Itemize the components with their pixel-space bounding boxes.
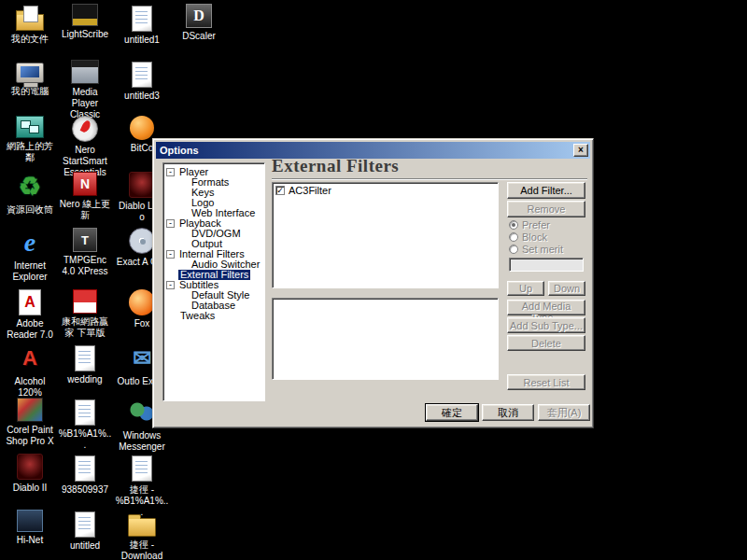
corel-icon bbox=[17, 398, 43, 422]
dialog-title: Options bbox=[160, 145, 573, 156]
options-tree: -PlayerFormatsKeysLogoWeb Interface-Play… bbox=[162, 162, 265, 401]
desktop-icon-label: TMPGEnc 4.0 XPress bbox=[58, 255, 112, 277]
tree-item-tweaks[interactable]: Tweaks bbox=[163, 311, 264, 321]
tree-item-keys[interactable]: Keys bbox=[163, 188, 264, 198]
merit-input[interactable] bbox=[509, 258, 584, 272]
desktop-icon-wedding[interactable]: wedding bbox=[58, 343, 112, 385]
collapse-icon[interactable]: - bbox=[166, 219, 175, 228]
media-types-list[interactable] bbox=[272, 298, 499, 380]
radio-unselected-icon bbox=[509, 245, 518, 254]
heading-separator bbox=[272, 178, 587, 180]
document-icon bbox=[75, 345, 95, 371]
desktop-icon-label: untitled bbox=[58, 540, 112, 552]
desktop-icon-nero-update[interactable]: NNero 線上更新 bbox=[58, 172, 112, 221]
cancel-button[interactable]: 取消 bbox=[482, 404, 534, 421]
desktop-icon-untitled3[interactable]: untitled3 bbox=[115, 60, 169, 102]
desktop-icon-label: %B1%A1%... bbox=[58, 428, 112, 451]
mpc-icon bbox=[71, 60, 99, 84]
tmpgenc-icon: T bbox=[73, 228, 97, 252]
desktop-icon-network-places[interactable]: 網路上的芳鄰 bbox=[3, 116, 57, 163]
radio-set-merit-label: Set merit bbox=[522, 244, 563, 255]
desktop-icon-shortcut-download[interactable]: 捷徑 - Download bbox=[115, 510, 169, 560]
close-icon[interactable]: × bbox=[573, 144, 588, 157]
desktop-icon-my-documents[interactable]: 我的文件 bbox=[3, 4, 57, 45]
collapse-icon[interactable]: - bbox=[166, 281, 175, 289]
radio-block-label: Block bbox=[522, 231, 547, 243]
apply-button[interactable]: 套用(A) bbox=[538, 404, 590, 421]
network-icon bbox=[16, 116, 44, 138]
desktop-icon-label: 網路上的芳鄰 bbox=[3, 141, 57, 163]
bitcomet-icon bbox=[130, 116, 154, 140]
eac-icon bbox=[129, 228, 155, 254]
adobe-icon: A bbox=[19, 289, 41, 315]
remove-button[interactable]: Remove bbox=[507, 201, 585, 217]
radio-unselected-icon bbox=[509, 232, 518, 242]
hinet-icon bbox=[17, 510, 43, 532]
collapse-icon[interactable]: - bbox=[166, 250, 175, 259]
document-icon bbox=[132, 455, 152, 482]
external-filters-list[interactable]: ✓AC3Filter bbox=[272, 182, 499, 288]
add-media-type-button[interactable]: Add Media Type... bbox=[507, 300, 585, 315]
desktop-icon-b1a1-file[interactable]: %B1%A1%... bbox=[58, 398, 112, 451]
desktop-icon-dscaler[interactable]: DDScaler bbox=[172, 4, 226, 42]
checkbox-checked-icon[interactable]: ✓ bbox=[275, 186, 285, 195]
desktop-icon-untitled1[interactable]: untitled1 bbox=[115, 4, 169, 46]
delete-button[interactable]: Delete bbox=[507, 335, 585, 351]
down-button[interactable]: Down bbox=[548, 281, 585, 296]
desktop-icon-label: DScaler bbox=[172, 31, 226, 42]
desktop-icon-tmpgenc-xpress[interactable]: TTMPGEnc 4.0 XPress bbox=[58, 228, 112, 277]
desktop-icon-diablo-2[interactable]: Diablo II bbox=[3, 454, 57, 494]
ie-icon: e bbox=[15, 228, 45, 258]
desktop-icon-lightscribe[interactable]: LightScribe bbox=[58, 4, 112, 40]
desktop-icon-media-player-classic[interactable]: Media Player Classic bbox=[58, 60, 112, 120]
desktop-icon-label: Internet Explorer bbox=[3, 260, 57, 283]
document-icon bbox=[75, 455, 95, 482]
desktop-icon-label: untitled1 bbox=[115, 35, 169, 46]
radio-block[interactable]: Block bbox=[509, 231, 547, 243]
tree-item-formats[interactable]: Formats bbox=[163, 177, 264, 188]
diablo-icon bbox=[129, 172, 155, 198]
desktop-icon-kangho-trade[interactable]: 康和網路贏家 下單版 bbox=[58, 289, 112, 339]
recycle-icon: ♻ bbox=[15, 172, 45, 202]
desktop-icon-shortcut-b1a1[interactable]: 捷徑 - %B1%A1%... bbox=[115, 454, 169, 518]
document-icon bbox=[132, 62, 152, 88]
desktop-icon-label: 捷徑 - Download bbox=[115, 539, 169, 560]
radio-prefer[interactable]: Prefer bbox=[509, 219, 550, 231]
my-computer-icon bbox=[16, 63, 44, 83]
desktop-icon-label: Windows Messenger bbox=[115, 430, 169, 453]
ok-button[interactable]: 確定 bbox=[426, 404, 478, 421]
desktop-icon-corel-paint-shop[interactable]: Corel Paint Shop Pro X bbox=[3, 398, 57, 447]
diablo-icon bbox=[17, 454, 43, 480]
desktop-icon-internet-explorer[interactable]: eInternet Explorer bbox=[3, 228, 57, 283]
desktop-icon-label: 資源回收筒 bbox=[3, 204, 57, 216]
radio-prefer-label: Prefer bbox=[522, 219, 550, 231]
radio-selected-icon bbox=[509, 220, 518, 230]
radio-set-merit[interactable]: Set merit bbox=[509, 244, 563, 255]
desktop-icon-untitled[interactable]: untitled bbox=[58, 510, 112, 552]
fox-icon bbox=[129, 289, 155, 315]
document-icon bbox=[132, 6, 152, 32]
desktop-icon-adobe-reader[interactable]: AAdobe Reader 7.0 bbox=[3, 289, 57, 341]
desktop-icon-label: 康和網路贏家 下單版 bbox=[58, 316, 112, 339]
desktop-icon-hi-net[interactable]: Hi-Net bbox=[3, 510, 57, 546]
desktop-icon-label: Nero 線上更新 bbox=[58, 199, 112, 221]
desktop-icon-938509937[interactable]: 938509937 bbox=[58, 454, 112, 496]
desktop-icon-recycle-bin[interactable]: ♻資源回收筒 bbox=[3, 172, 57, 216]
folder-icon bbox=[128, 518, 156, 537]
desktop-icon-label: 938509937 bbox=[58, 484, 112, 496]
reset-list-button[interactable]: Reset List bbox=[507, 374, 585, 390]
desktop-icon-label: wedding bbox=[58, 374, 112, 385]
add-sub-type-button[interactable]: Add Sub Type... bbox=[507, 317, 585, 333]
page-title: External Filters bbox=[272, 156, 399, 176]
filter-list-item[interactable]: ✓AC3Filter bbox=[274, 184, 497, 197]
desktop-icon-label: Adobe Reader 7.0 bbox=[3, 318, 57, 341]
add-filter-button[interactable]: Add Filter... bbox=[507, 182, 585, 199]
desktop-icon-alcohol-120[interactable]: AAlcohol 120% bbox=[3, 343, 57, 399]
options-dialog: Options × -PlayerFormatsKeysLogoWeb Inte… bbox=[152, 138, 594, 428]
up-button[interactable]: Up bbox=[507, 281, 544, 296]
my-documents-icon bbox=[16, 14, 44, 31]
desktop-icon-nero-startsmart[interactable]: Nero StartSmart Essentials bbox=[58, 116, 112, 178]
collapse-icon[interactable]: - bbox=[166, 168, 175, 176]
desktop-icon-label: 我的文件 bbox=[3, 34, 57, 45]
desktop-icon-my-computer[interactable]: 我的電腦 bbox=[3, 60, 57, 97]
